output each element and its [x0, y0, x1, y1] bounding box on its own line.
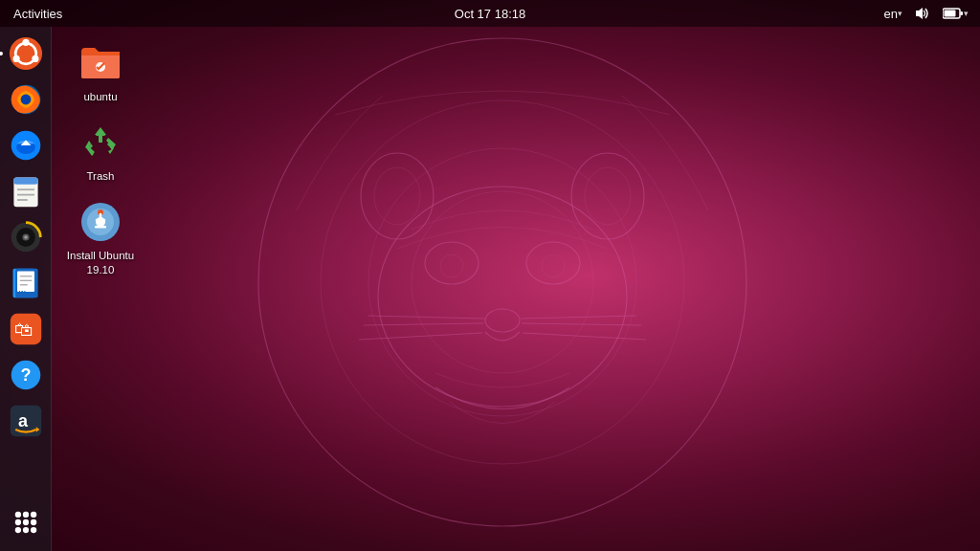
- svg-point-57: [30, 512, 35, 518]
- trash-label: Trash: [87, 169, 115, 184]
- svg-point-19: [412, 191, 593, 373]
- svg-line-17: [523, 333, 646, 340]
- svg-point-12: [485, 309, 520, 332]
- svg-point-55: [14, 512, 20, 518]
- locale-indicator[interactable]: en▾: [880, 5, 906, 23]
- dock-item-ubuntu[interactable]: [5, 33, 47, 75]
- dock-item-amazon[interactable]: a: [5, 400, 47, 442]
- svg-text:a: a: [17, 411, 28, 430]
- svg-text:?: ?: [20, 365, 31, 385]
- svg-point-29: [20, 95, 31, 105]
- svg-point-0: [258, 38, 746, 526]
- svg-rect-21: [945, 11, 956, 17]
- desktop-wallpaper-art: .art-line { fill: none; stroke: #d966b0;…: [191, 19, 813, 536]
- topbar-right: en▾ ▾: [880, 5, 980, 23]
- install-icon: [78, 199, 123, 245]
- dock: W 🛍 ? a: [0, 27, 52, 551]
- dock-item-rhythmbox[interactable]: [5, 216, 47, 258]
- svg-rect-33: [13, 178, 37, 185]
- dock-item-help[interactable]: ?: [5, 354, 47, 396]
- svg-point-5: [374, 167, 420, 225]
- desktop-icon-trash[interactable]: Trash: [62, 116, 139, 187]
- folder-icon: [78, 40, 123, 86]
- svg-line-18: [521, 316, 636, 319]
- writer-icon: W: [9, 266, 43, 300]
- notes-icon: [9, 174, 43, 209]
- show-apps-icon: [9, 505, 43, 540]
- install-ubuntu-image: [78, 199, 123, 245]
- svg-point-26: [32, 55, 38, 62]
- show-apps-button[interactable]: [5, 501, 47, 543]
- svg-point-63: [30, 527, 35, 533]
- svg-point-60: [30, 519, 35, 525]
- desktop-icons: ubuntu Trash: [62, 36, 139, 281]
- volume-indicator[interactable]: [910, 5, 935, 22]
- svg-rect-70: [95, 226, 106, 229]
- battery-indicator[interactable]: ▾: [939, 5, 972, 22]
- dock-item-thunderbird[interactable]: [5, 124, 47, 166]
- help-icon: ?: [9, 358, 43, 392]
- svg-line-14: [359, 333, 482, 340]
- svg-line-15: [368, 316, 484, 319]
- dock-item-writer[interactable]: W: [5, 262, 47, 304]
- svg-point-27: [12, 55, 19, 62]
- svg-point-25: [22, 39, 29, 46]
- desktop-icon-ubuntu[interactable]: ubuntu: [62, 36, 139, 108]
- svg-point-11: [542, 254, 565, 277]
- svg-point-58: [14, 519, 20, 525]
- svg-point-7: [585, 167, 631, 225]
- ubuntu-folder-label: ubuntu: [83, 90, 117, 104]
- topbar-center: Oct 17 18:18: [449, 5, 531, 23]
- trash-image: [78, 120, 123, 165]
- amazon-icon: a: [9, 404, 43, 438]
- svg-text:W: W: [18, 289, 25, 298]
- datetime-display[interactable]: Oct 17 18:18: [449, 5, 531, 23]
- svg-point-2: [368, 148, 636, 416]
- firefox-icon: [9, 82, 43, 117]
- svg-point-61: [14, 527, 20, 533]
- topbar: Activities Oct 17 18:18 en▾: [0, 0, 980, 27]
- dock-item-notes[interactable]: [5, 170, 47, 212]
- trash-icon: [79, 121, 122, 164]
- svg-point-59: [22, 519, 28, 525]
- install-ubuntu-label: Install Ubuntu 19.10: [66, 249, 135, 277]
- ubuntu-logo-icon: [9, 36, 43, 71]
- svg-point-3: [378, 187, 627, 407]
- appstore-icon: 🛍: [9, 312, 43, 346]
- rhythmbox-icon: [9, 220, 43, 254]
- svg-rect-22: [961, 11, 964, 15]
- battery-icon: [943, 7, 964, 20]
- svg-point-4: [361, 153, 434, 239]
- dock-item-firefox[interactable]: [5, 78, 47, 121]
- svg-point-56: [22, 512, 28, 518]
- svg-point-62: [22, 527, 28, 533]
- thunderbird-icon: [9, 128, 43, 163]
- topbar-left: Activities: [0, 5, 68, 23]
- svg-point-40: [24, 235, 28, 239]
- svg-text:🛍: 🛍: [14, 319, 33, 340]
- dock-item-appstore[interactable]: 🛍: [5, 308, 47, 350]
- desktop: .art-line { fill: none; stroke: #d966b0;…: [0, 0, 980, 551]
- svg-point-10: [440, 254, 463, 277]
- svg-point-6: [571, 153, 644, 239]
- desktop-icon-install[interactable]: Install Ubuntu 19.10: [62, 195, 139, 281]
- volume-icon: [914, 7, 931, 20]
- activities-button[interactable]: Activities: [8, 5, 68, 23]
- ubuntu-folder-image: [78, 40, 123, 86]
